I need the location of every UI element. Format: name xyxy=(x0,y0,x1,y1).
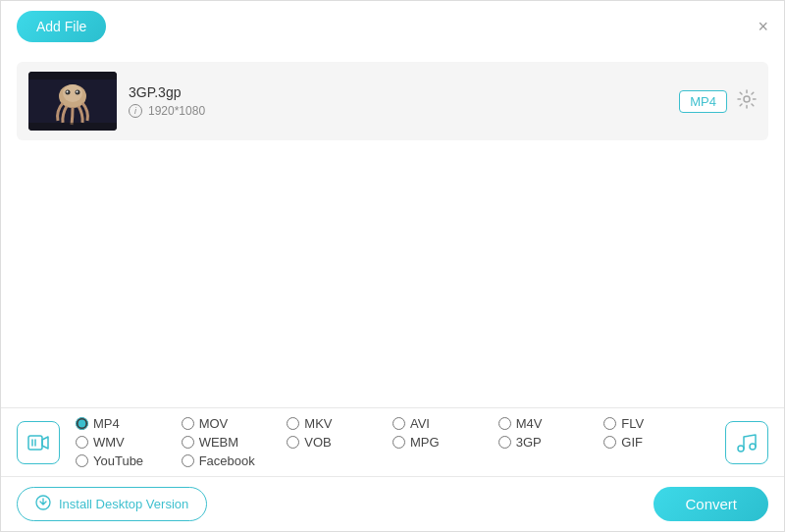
install-button[interactable]: Install Desktop Version xyxy=(17,487,207,521)
format-option-webm[interactable]: WEBM xyxy=(182,435,288,450)
format-section: MP4 MOV MKV AVI M4V FLV WMV WEB xyxy=(1,408,784,477)
add-file-button[interactable]: Add File xyxy=(17,11,106,42)
format-option-flv[interactable]: FLV xyxy=(603,416,709,431)
main-area xyxy=(1,150,784,366)
format-option-wmv[interactable]: WMV xyxy=(76,435,182,450)
svg-point-13 xyxy=(738,446,744,452)
file-list: 3GP.3gp i 1920*1080 MP4 xyxy=(1,52,784,150)
bottom-bar: MP4 MOV MKV AVI M4V FLV WMV WEB xyxy=(1,407,784,531)
file-meta: i 1920*1080 xyxy=(129,104,667,118)
format-option-avi[interactable]: AVI xyxy=(392,416,498,431)
download-icon xyxy=(35,495,51,513)
install-label: Install Desktop Version xyxy=(59,497,188,511)
music-format-icon xyxy=(725,421,768,464)
svg-point-9 xyxy=(744,96,750,102)
info-icon: i xyxy=(129,104,142,118)
format-option-facebook[interactable]: Facebook xyxy=(182,453,288,468)
format-option-3gp[interactable]: 3GP xyxy=(498,435,604,450)
file-info: 3GP.3gp i 1920*1080 xyxy=(129,84,667,118)
header: Add File × xyxy=(1,1,784,52)
format-option-vob[interactable]: VOB xyxy=(287,435,392,450)
video-format-icon xyxy=(17,421,60,464)
file-item: 3GP.3gp i 1920*1080 MP4 xyxy=(17,62,768,140)
format-option-m4v[interactable]: M4V xyxy=(498,416,604,431)
file-name: 3GP.3gp xyxy=(129,84,667,100)
format-option-gif[interactable]: GIF xyxy=(603,435,709,450)
format-option-mkv[interactable]: MKV xyxy=(287,416,392,431)
svg-point-6 xyxy=(77,91,78,93)
format-grid: MP4 MOV MKV AVI M4V FLV WMV WEB xyxy=(76,416,709,468)
format-option-mov[interactable]: MOV xyxy=(182,416,288,431)
action-bar: Install Desktop Version Convert xyxy=(1,477,784,531)
format-option-mpg[interactable]: MPG xyxy=(392,435,498,450)
settings-button[interactable] xyxy=(737,89,757,114)
format-option-mp4[interactable]: MP4 xyxy=(76,416,182,431)
file-thumbnail xyxy=(28,72,117,131)
svg-rect-7 xyxy=(28,72,117,80)
file-resolution: 1920*1080 xyxy=(148,104,205,118)
svg-point-5 xyxy=(67,91,69,93)
svg-point-14 xyxy=(750,444,756,450)
file-actions: MP4 xyxy=(679,89,757,114)
svg-rect-8 xyxy=(28,123,117,131)
format-badge-button[interactable]: MP4 xyxy=(679,90,727,113)
close-button[interactable]: × xyxy=(758,18,768,35)
convert-button[interactable]: Convert xyxy=(654,487,768,521)
format-option-youtube[interactable]: YouTube xyxy=(76,453,182,468)
